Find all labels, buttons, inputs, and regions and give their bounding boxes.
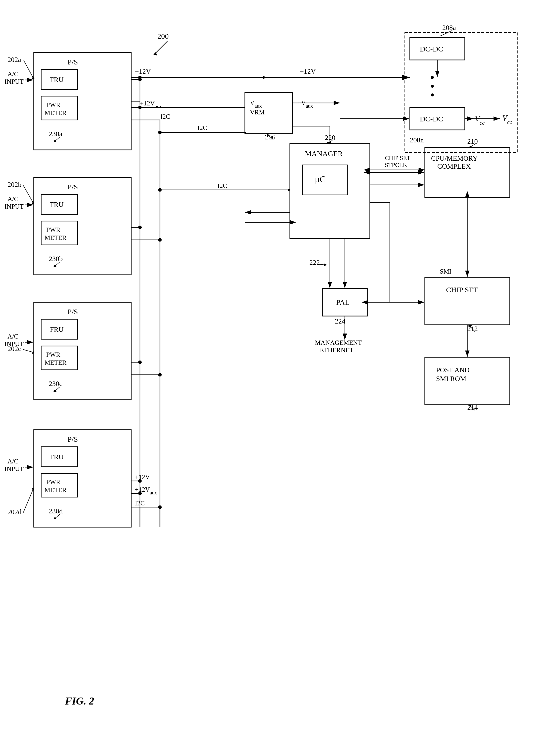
ac-input-a2: INPUT [4,78,24,85]
svg-point-62 [158,238,162,242]
svg-marker-83 [468,146,472,148]
i2c-label-1: I2C [160,113,170,120]
ref-230d: 230d [49,507,63,515]
ref-202a: 202a [7,56,21,63]
plus12v-label-1: +12V [135,67,151,75]
fru-c-label: FRU [50,326,63,333]
vrm-label: VRM [250,109,265,116]
plus12v-label-2: +12V [300,67,316,75]
fru-a-label: FRU [50,76,63,83]
svg-marker-42 [53,517,56,519]
pwr-meter-b-label2: METER [44,234,67,241]
cpu-memory-label2: COMPLEX [437,162,471,170]
vcc-label: Vcc [475,114,485,126]
cpu-memory-label1: CPU/MEMORY [431,154,478,162]
ac-input-c: A/C [7,333,18,340]
svg-line-35 [23,350,33,352]
svg-point-109 [138,492,142,495]
ps-a-label: P/S [67,58,78,66]
svg-marker-18 [53,139,56,142]
diagram-svg: FIG. 2 200 208a DC-DC DC-DC 208n Vcc P/S [0,0,560,733]
svg-rect-76 [290,144,370,239]
pwr-meter-b-label: PWR [46,226,60,233]
svg-point-91 [158,188,162,192]
vcc-label-2: Vcc [502,113,512,125]
ps-d-label: P/S [67,435,78,443]
ref-202d: 202d [7,508,21,516]
ac-input-c2: INPUT [4,340,24,348]
plus12v-d: +12V [135,473,150,481]
smi-label: SMI [440,268,451,275]
dc-dc-bottom-label: DC-DC [420,115,443,123]
vaux-label: Vaux [250,99,262,109]
ps-c-label: P/S [67,308,78,316]
ps-b-label: P/S [67,183,78,191]
chipset-stpclk-label2: STPCLK [385,162,407,168]
svg-point-66 [158,373,162,376]
ref-206: 206 [265,133,275,141]
ref-214: 214 [467,403,478,411]
ref-210: 210 [467,137,478,145]
pal-label: PAL [336,298,350,306]
plus12vaux-label: +12Vaux [140,100,162,109]
svg-point-108 [138,479,142,483]
pwr-meter-c-label2: METER [44,359,67,366]
ref-208a: 208a [442,24,456,31]
diagram-container: FIG. 2 200 208a DC-DC DC-DC 208n Vcc P/S [0,0,560,733]
ref-230a: 230a [49,130,62,138]
pwr-meter-c-label: PWR [46,351,60,358]
svg-point-60 [138,226,142,229]
svg-marker-92 [288,188,291,191]
pwr-meter-d-label: PWR [46,478,60,486]
ac-input-b2: INPUT [4,203,24,210]
i2c-to-vrm: I2C [197,124,207,131]
ref-224: 224 [335,317,345,325]
ref-202b: 202b [7,181,21,188]
svg-line-27 [23,185,33,202]
post-smi-label1: POST AND [436,366,470,374]
chipset-stpclk-label1: CHIP SET [385,155,411,161]
mgmt-eth-label2: ETHERNET [320,347,353,354]
svg-point-10 [431,85,434,88]
plus12vaux-d: +12Vaux [135,486,157,495]
ref-222: 222 [309,259,320,266]
post-smi-label2: SMI ROM [436,375,466,382]
ac-input-b: A/C [7,195,18,203]
pwr-meter-d-label2: METER [44,486,67,494]
ac-input-d2: INPUT [4,465,24,472]
pwr-meter-a-label2: METER [44,109,67,116]
fru-d-label: FRU [50,453,63,461]
svg-point-64 [138,361,142,364]
ac-input-d: A/C [7,458,18,465]
dc-dc-top-label: DC-DC [420,45,443,53]
ref-230b: 230b [49,255,63,263]
i2c-to-manager: I2C [217,182,227,189]
svg-marker-26 [53,264,56,267]
chip-set-label1: CHIP SET [446,286,478,294]
ref-208n: 208n [410,136,424,144]
svg-point-11 [431,93,434,96]
uc-label: μC [315,174,326,184]
fig-label: FIG. 2 [65,695,94,707]
ac-input-a: A/C [7,70,18,78]
manager-label: MANAGER [305,149,343,158]
svg-line-19 [24,60,33,77]
svg-line-43 [23,490,33,513]
ref-230c: 230c [49,380,62,387]
mgmt-eth-label1: MANAGEMENT [315,339,362,346]
svg-point-57 [138,106,142,109]
svg-marker-121 [263,76,266,79]
svg-point-113 [158,131,162,134]
svg-line-4 [155,41,167,54]
plus-vaux-label: +Vaux [297,99,313,109]
svg-point-9 [431,76,434,79]
svg-marker-34 [53,389,56,392]
pwr-meter-a-label: PWR [46,101,60,108]
svg-marker-99 [324,263,327,266]
svg-rect-84 [425,277,510,325]
i2c-d: I2C [135,500,145,507]
svg-point-58 [138,78,142,81]
figure-number: 200 [157,32,169,40]
fru-b-label: FRU [50,201,63,208]
